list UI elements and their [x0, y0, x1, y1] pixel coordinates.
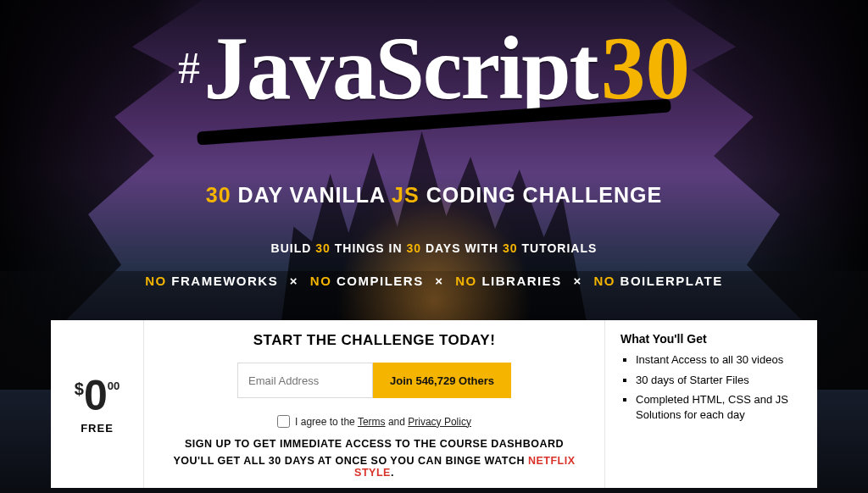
signup-title: START THE CHALLENGE TODAY!: [168, 332, 581, 349]
logo-hash: #: [178, 43, 200, 93]
benefits-column: What You'll Get Instant Access to all 30…: [605, 320, 817, 488]
benefits-list: Instant Access to all 30 videos 30 days …: [620, 352, 804, 422]
privacy-link[interactable]: Privacy Policy: [408, 416, 471, 428]
logo-wordmark: # JavaScript 30: [163, 17, 705, 119]
price-cents: 00: [108, 379, 120, 392]
price-label: FREE: [81, 422, 114, 435]
logo-text: JavaScript: [203, 17, 597, 119]
benefits-title: What You'll Get: [620, 332, 804, 346]
signup-column: START THE CHALLENGE TODAY! Join 546,729 …: [144, 320, 605, 488]
agree-checkbox[interactable]: [277, 415, 290, 428]
email-field[interactable]: [237, 363, 373, 398]
list-item: Instant Access to all 30 videos: [636, 352, 804, 368]
price-currency: $: [75, 379, 84, 399]
taglines: 30 DAY VANILLA JS CODING CHALLENGE BUILD…: [0, 183, 868, 288]
tagline-main: 30 DAY VANILLA JS CODING CHALLENGE: [0, 183, 868, 208]
signup-card: $ 0 00 FREE START THE CHALLENGE TODAY! J…: [51, 320, 817, 488]
list-item: 30 days of Starter Files: [636, 373, 804, 388]
price-column: $ 0 00 FREE: [51, 320, 144, 488]
price-amount: 0: [84, 374, 108, 417]
price: $ 0 00: [75, 374, 120, 417]
agree-row: I agree to the Terms and Privacy Policy: [168, 415, 581, 428]
signup-line-2: YOU'LL GET ALL 30 DAYS AT ONCE SO YOU CA…: [168, 455, 581, 479]
tagline-sub: BUILD 30 THINGS IN 30 DAYS WITH 30 TUTOR…: [0, 241, 868, 255]
list-item: Completed HTML, CSS and JS Solutions for…: [636, 392, 804, 422]
terms-link[interactable]: Terms: [358, 416, 386, 428]
signup-line-1: SIGN UP TO GET IMMEDIATE ACCESS TO THE C…: [168, 438, 581, 450]
join-button[interactable]: Join 546,729 Others: [373, 363, 511, 398]
agree-text: I agree to the: [295, 416, 358, 428]
tagline-nos: NO FRAMEWORKS × NO COMPILERS × NO LIBRAR…: [0, 274, 868, 288]
signup-form: Join 546,729 Others: [168, 363, 581, 398]
